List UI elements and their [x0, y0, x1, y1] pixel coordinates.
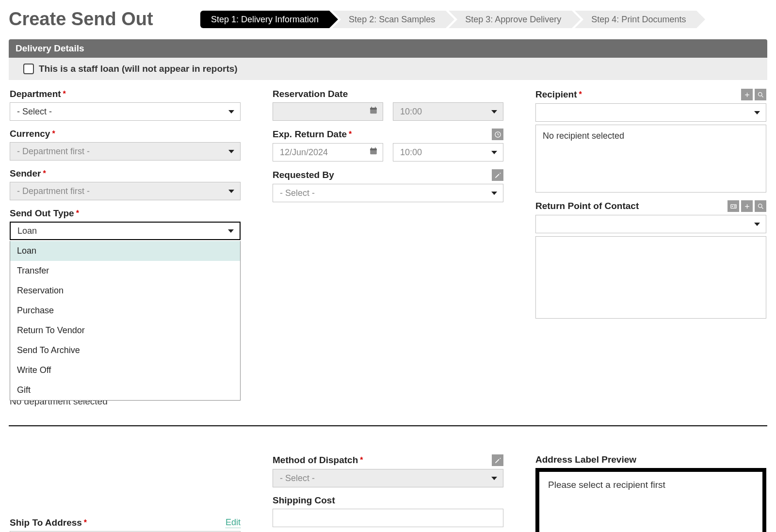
sendout-option-write-off[interactable]: Write Off — [10, 360, 240, 380]
plus-icon[interactable] — [741, 200, 753, 212]
sendout-option-purchase[interactable]: Purchase — [10, 301, 240, 321]
sendout-option-reservation[interactable]: Reservation — [10, 281, 240, 301]
chevron-down-icon — [228, 229, 234, 233]
svg-rect-3 — [375, 107, 376, 109]
recipient-box: No recipient selected — [535, 125, 766, 193]
department-select[interactable]: - Select - — [10, 102, 241, 121]
reservation-time-value: 10:00 — [400, 107, 422, 117]
svg-point-11 — [731, 206, 733, 207]
exp-return-time-value: 10:00 — [400, 147, 422, 158]
return-contact-label: Return Point of Contact — [535, 201, 639, 211]
step-2[interactable]: Step 2: Scan Samples — [332, 11, 446, 28]
address-preview-text: Please select a recipient first — [548, 480, 665, 490]
shipping-cost-label: Shipping Cost — [273, 495, 335, 506]
sender-select[interactable]: - Department first - — [10, 182, 241, 200]
svg-rect-1 — [370, 108, 377, 110]
staff-loan-checkbox[interactable] — [23, 64, 34, 74]
exp-return-date-label: Exp. Return Date — [273, 129, 347, 140]
chevron-down-icon — [228, 190, 234, 193]
sendout-option-return-to-vendor[interactable]: Return To Vendor — [10, 321, 240, 340]
staff-loan-label[interactable]: This is a staff loan (will not appear in… — [39, 64, 238, 74]
contact-card-icon[interactable] — [728, 200, 739, 212]
exp-return-date-input[interactable]: 12/Jun/2024 — [273, 143, 383, 161]
sendout-type-dropdown: Loan Transfer Reservation Purchase Retur… — [10, 241, 241, 401]
edit-link[interactable]: Edit — [226, 517, 241, 528]
ship-to-label: Ship To Address — [10, 517, 82, 528]
sender-value: - Department first - — [17, 186, 90, 196]
pencil-icon[interactable] — [492, 454, 503, 466]
department-value: - Select - — [17, 107, 52, 117]
return-contact-select[interactable] — [535, 215, 766, 233]
required-marker: * — [579, 90, 582, 99]
svg-rect-10 — [730, 204, 736, 208]
address-preview-label: Address Label Preview — [535, 454, 636, 465]
required-marker: * — [52, 129, 55, 138]
staff-loan-row: This is a staff loan (will not appear in… — [9, 58, 767, 80]
recipient-select[interactable] — [535, 103, 766, 122]
required-marker: * — [360, 456, 363, 465]
method-dispatch-value: - Select - — [280, 473, 315, 484]
currency-label: Currency — [10, 129, 50, 139]
search-icon[interactable] — [755, 200, 766, 212]
calendar-icon — [369, 106, 378, 117]
chevron-down-icon — [491, 477, 497, 480]
exp-return-date-value: 12/Jun/2024 — [280, 147, 328, 158]
pencil-icon[interactable] — [492, 169, 503, 181]
shipping-cost-input[interactable] — [273, 509, 503, 527]
svg-point-9 — [758, 92, 762, 96]
chevron-down-icon — [491, 110, 497, 113]
sender-label: Sender — [10, 168, 41, 179]
required-marker: * — [43, 169, 46, 178]
recipient-box-text: No recipient selected — [543, 131, 624, 141]
svg-point-12 — [758, 204, 762, 208]
requested-by-value: - Select - — [280, 188, 315, 198]
section-header-delivery-details: Delivery Details — [9, 39, 767, 58]
step-4[interactable]: Step 4: Print Documents — [575, 11, 696, 28]
sendout-type-value: Loan — [17, 226, 37, 236]
sendout-option-loan[interactable]: Loan — [10, 241, 240, 261]
chevron-down-icon — [228, 110, 234, 113]
currency-select[interactable]: - Department first - — [10, 142, 241, 161]
chevron-down-icon — [491, 151, 497, 154]
return-contact-box — [535, 236, 766, 319]
svg-rect-7 — [372, 147, 372, 149]
recipient-label: Recipient — [535, 89, 577, 100]
clock-icon[interactable] — [492, 129, 503, 140]
method-dispatch-label: Method of Dispatch — [273, 455, 358, 466]
required-marker: * — [63, 90, 66, 98]
required-marker: * — [84, 518, 87, 527]
required-marker: * — [76, 209, 79, 218]
sendout-option-gift[interactable]: Gift — [10, 380, 240, 400]
sendout-type-label: Send Out Type — [10, 208, 74, 219]
required-marker: * — [349, 130, 352, 139]
department-label: Department — [10, 89, 61, 99]
page-title: Create Send Out — [9, 9, 200, 30]
divider — [9, 425, 767, 426]
svg-rect-2 — [372, 107, 372, 109]
exp-return-time-select[interactable]: 10:00 — [393, 143, 503, 161]
method-dispatch-select[interactable]: - Select - — [273, 469, 503, 487]
address-preview-box: Please select a recipient first — [535, 468, 766, 532]
step-1[interactable]: Step 1: Delivery Information — [200, 11, 329, 28]
currency-value: - Department first - — [17, 146, 90, 157]
search-icon[interactable] — [755, 89, 766, 100]
calendar-icon — [369, 147, 378, 158]
reservation-date-label: Reservation Date — [273, 89, 348, 99]
reservation-time-select[interactable]: 10:00 — [393, 102, 503, 121]
chevron-down-icon — [228, 150, 234, 153]
requested-by-select[interactable]: - Select - — [273, 184, 503, 202]
sendout-type-select[interactable]: Loan Loan Transfer Reservation Purchase … — [10, 222, 241, 240]
reservation-date-input[interactable] — [273, 102, 383, 121]
plus-icon[interactable] — [741, 89, 753, 100]
chevron-down-icon — [754, 223, 760, 226]
svg-rect-8 — [375, 147, 376, 149]
chevron-down-icon — [754, 111, 760, 114]
sendout-option-send-to-archive[interactable]: Send To Archive — [10, 340, 240, 360]
svg-rect-6 — [370, 148, 377, 150]
step-3[interactable]: Step 3: Approve Delivery — [449, 11, 572, 28]
chevron-down-icon — [491, 192, 497, 195]
step-wizard: Step 1: Delivery Information Step 2: Sca… — [200, 11, 767, 28]
requested-by-label: Requested By — [273, 170, 334, 180]
sendout-option-transfer[interactable]: Transfer — [10, 261, 240, 281]
